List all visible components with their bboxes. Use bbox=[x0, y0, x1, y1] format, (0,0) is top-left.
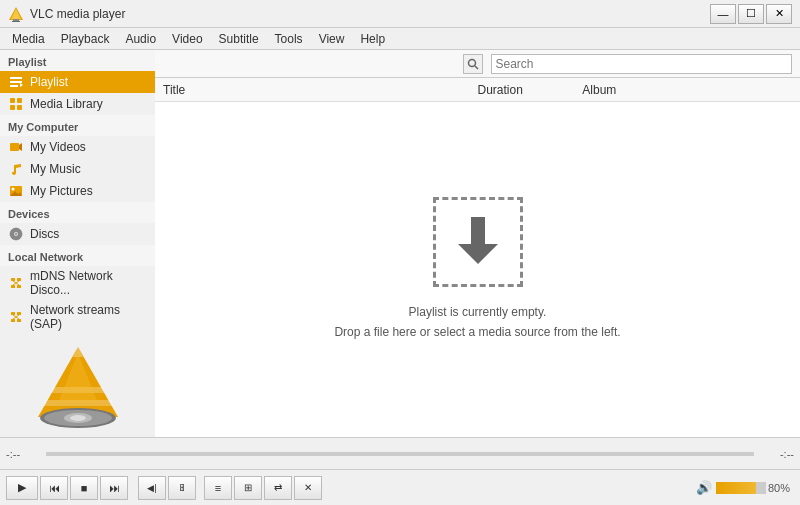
seek-bar-row: -:-- -:-- bbox=[0, 437, 800, 469]
search-icon-button[interactable] bbox=[463, 54, 483, 74]
playlist-content[interactable]: Playlist is currently empty. Drop a file… bbox=[155, 102, 800, 437]
svg-line-46 bbox=[475, 66, 478, 69]
svg-point-15 bbox=[12, 188, 15, 191]
svg-rect-4 bbox=[10, 77, 22, 79]
col-album: Album bbox=[582, 83, 792, 97]
menu-tools[interactable]: Tools bbox=[267, 28, 311, 50]
svg-rect-21 bbox=[17, 278, 21, 281]
volume-fill bbox=[716, 482, 756, 494]
svg-point-19 bbox=[15, 233, 17, 235]
playlist-label: Playlist bbox=[30, 75, 68, 89]
window-title: VLC media player bbox=[30, 7, 125, 21]
volume-icon[interactable]: 🔊 bbox=[696, 480, 712, 495]
sidebar-item-my-music[interactable]: My Music bbox=[0, 158, 155, 180]
svg-rect-31 bbox=[17, 319, 21, 322]
maximize-button[interactable]: ☐ bbox=[738, 4, 764, 24]
title-bar: VLC media player — ☐ ✕ bbox=[0, 0, 800, 28]
current-time: -:-- bbox=[6, 448, 38, 460]
svg-rect-22 bbox=[11, 285, 15, 288]
media-library-icon bbox=[8, 96, 24, 112]
menu-media[interactable]: Media bbox=[4, 28, 53, 50]
menu-subtitle[interactable]: Subtitle bbox=[211, 28, 267, 50]
sap-icon bbox=[8, 309, 24, 325]
sidebar-inner[interactable]: Playlist Playlist bbox=[0, 50, 155, 437]
svg-rect-29 bbox=[17, 312, 21, 315]
volume-slider[interactable] bbox=[716, 482, 766, 494]
frame-prev-button[interactable]: ◀| bbox=[138, 476, 166, 500]
sidebar-item-my-videos[interactable]: My Videos bbox=[0, 136, 155, 158]
mdns-label: mDNS Network Disco... bbox=[30, 269, 147, 297]
menu-bar: Media Playback Audio Video Subtitle Tool… bbox=[0, 28, 800, 50]
my-pictures-label: My Pictures bbox=[30, 184, 93, 198]
svg-marker-13 bbox=[19, 143, 22, 151]
sidebar-section-computer: My Computer bbox=[0, 115, 155, 136]
music-icon bbox=[8, 161, 24, 177]
sidebar-item-my-pictures[interactable]: My Pictures bbox=[0, 180, 155, 202]
stop-button[interactable]: ■ bbox=[70, 476, 98, 500]
sap-label: Network streams (SAP) bbox=[30, 303, 147, 331]
menu-view[interactable]: View bbox=[311, 28, 353, 50]
svg-line-26 bbox=[13, 283, 16, 285]
menu-audio[interactable]: Audio bbox=[117, 28, 164, 50]
svg-point-45 bbox=[468, 59, 475, 66]
close-button[interactable]: ✕ bbox=[766, 4, 792, 24]
playlist-icon bbox=[8, 74, 24, 90]
svg-line-35 bbox=[16, 317, 19, 319]
search-input[interactable] bbox=[491, 54, 793, 74]
loop-button[interactable]: ⇄ bbox=[264, 476, 292, 500]
sidebar: Playlist Playlist bbox=[0, 50, 155, 437]
next-button[interactable]: ⏭ bbox=[100, 476, 128, 500]
col-duration: Duration bbox=[478, 83, 583, 97]
svg-rect-10 bbox=[10, 105, 15, 110]
svg-rect-28 bbox=[11, 312, 15, 315]
mdns-icon bbox=[8, 275, 24, 291]
total-time: -:-- bbox=[762, 448, 794, 460]
sidebar-item-playlist[interactable]: Playlist bbox=[0, 71, 155, 93]
minimize-button[interactable]: — bbox=[710, 4, 736, 24]
menu-help[interactable]: Help bbox=[352, 28, 393, 50]
menu-video[interactable]: Video bbox=[164, 28, 210, 50]
media-library-label: Media Library bbox=[30, 97, 103, 111]
sidebar-section-network: Local Network bbox=[0, 245, 155, 266]
discs-label: Discs bbox=[30, 227, 59, 241]
sidebar-item-media-library[interactable]: Media Library bbox=[0, 93, 155, 115]
col-title: Title bbox=[163, 83, 478, 97]
sidebar-item-mdns[interactable]: mDNS Network Disco... bbox=[0, 266, 155, 300]
playlist-toolbar bbox=[155, 50, 800, 78]
svg-line-27 bbox=[16, 283, 19, 285]
prev-button[interactable]: ⏮ bbox=[40, 476, 68, 500]
volume-label: 80% bbox=[768, 482, 790, 494]
disc-icon bbox=[8, 226, 24, 242]
shuffle-button[interactable]: ✕ bbox=[294, 476, 322, 500]
main-area: Playlist Playlist bbox=[0, 50, 800, 437]
extended-button[interactable]: ⊞ bbox=[234, 476, 262, 500]
svg-rect-30 bbox=[11, 319, 15, 322]
svg-rect-3 bbox=[12, 21, 20, 22]
svg-rect-23 bbox=[17, 285, 21, 288]
vlc-logo bbox=[18, 342, 138, 432]
playlist-toggle-button[interactable]: ≡ bbox=[204, 476, 232, 500]
menu-playback[interactable]: Playback bbox=[53, 28, 118, 50]
drop-zone-icon bbox=[433, 197, 523, 287]
slower-button[interactable]: 🎚 bbox=[168, 476, 196, 500]
column-headers: Title Duration Album bbox=[155, 78, 800, 102]
seek-bar[interactable] bbox=[46, 452, 754, 456]
title-bar-left: VLC media player bbox=[8, 6, 125, 22]
svg-rect-20 bbox=[11, 278, 15, 281]
my-music-label: My Music bbox=[30, 162, 81, 176]
svg-rect-12 bbox=[10, 143, 19, 151]
play-button[interactable]: ▶ bbox=[6, 476, 38, 500]
sidebar-item-sap[interactable]: Network streams (SAP) bbox=[0, 300, 155, 334]
sidebar-section-devices: Devices bbox=[0, 202, 155, 223]
svg-point-44 bbox=[70, 415, 86, 421]
sidebar-section-playlist: Playlist bbox=[0, 50, 155, 71]
svg-rect-2 bbox=[13, 19, 19, 21]
window-controls: — ☐ ✕ bbox=[710, 4, 792, 24]
svg-line-34 bbox=[13, 317, 16, 319]
svg-rect-11 bbox=[17, 105, 22, 110]
vlc-icon bbox=[8, 6, 24, 22]
empty-playlist-text: Playlist is currently empty. Drop a file… bbox=[334, 303, 620, 341]
sidebar-item-discs[interactable]: Discs bbox=[0, 223, 155, 245]
video-icon bbox=[8, 139, 24, 155]
svg-rect-5 bbox=[10, 81, 22, 83]
